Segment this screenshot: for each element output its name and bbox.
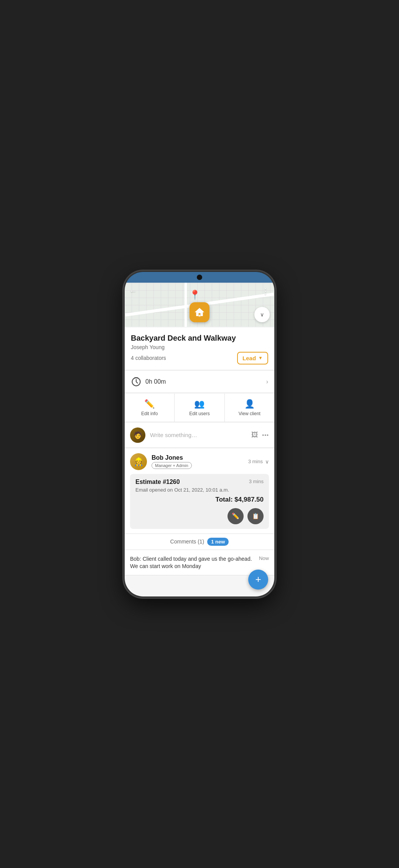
estimate-pdf-button[interactable]: 📋 bbox=[247, 508, 264, 524]
compose-row: 🧑 Write something… 🖼 ••• bbox=[125, 423, 274, 448]
post-time-row: 3 mins ∨ bbox=[248, 459, 269, 465]
avatar-image: 🧑 bbox=[130, 427, 145, 443]
time-value: 0h 00m bbox=[145, 378, 166, 385]
current-user-avatar: 🧑 bbox=[130, 427, 145, 443]
post-avatar-image: 👷 bbox=[130, 453, 147, 470]
estimate-pdf-icon: 📋 bbox=[252, 513, 259, 520]
comments-row: Comments (1) 1 new bbox=[125, 533, 274, 550]
main-screen: ← ⋮ 📍 ∨ Backyard Deck and Walkway Joseph… bbox=[125, 283, 274, 596]
camera-notch bbox=[197, 275, 202, 280]
estimate-total: Total: $4,987.50 bbox=[135, 496, 264, 504]
estimate-edit-button[interactable]: ✏️ bbox=[228, 508, 244, 524]
map-header: ← ⋮ 📍 ∨ bbox=[125, 283, 274, 327]
edit-info-button[interactable]: ✏️ Edit info bbox=[125, 394, 175, 422]
time-left: 0h 00m bbox=[131, 376, 166, 387]
project-title: Backyard Deck and Walkway bbox=[131, 334, 268, 343]
action-buttons-row: ✏️ Edit info 👥 Edit users 👤 View client bbox=[125, 394, 274, 422]
edit-info-icon: ✏️ bbox=[144, 399, 155, 409]
edit-info-label: Edit info bbox=[141, 411, 158, 416]
project-client: Joseph Young bbox=[131, 344, 268, 350]
time-chevron-icon: › bbox=[266, 378, 268, 385]
comment-time: Now bbox=[259, 555, 269, 561]
comment-preview[interactable]: Bob: Client called today and gave us the… bbox=[125, 550, 274, 575]
app-logo bbox=[190, 302, 209, 322]
estimate-card: Estimate #1260 3 mins Email opened on Oc… bbox=[130, 474, 269, 529]
project-meta-row: 4 collaborators Lead ▼ bbox=[131, 352, 268, 364]
view-client-icon: 👤 bbox=[244, 399, 255, 409]
lead-status-badge[interactable]: Lead ▼ bbox=[237, 352, 268, 364]
expand-button[interactable]: ∨ bbox=[254, 307, 270, 322]
estimate-meta: Email opened on Oct 21, 2022, 10:01 a.m. bbox=[135, 487, 264, 493]
chevron-down-icon: ∨ bbox=[260, 311, 264, 318]
post-card: 👷 Bob Jones Manager + Admin 3 mins ∨ Est… bbox=[125, 449, 274, 575]
post-header: 👷 Bob Jones Manager + Admin 3 mins ∨ bbox=[125, 449, 274, 474]
home-icon bbox=[194, 306, 205, 318]
estimate-actions: ✏️ 📋 bbox=[135, 508, 264, 524]
estimate-timestamp: 3 mins bbox=[249, 479, 264, 484]
more-button[interactable]: ⋮ bbox=[262, 287, 270, 296]
compose-more-icon[interactable]: ••• bbox=[262, 432, 269, 438]
post-author-name: Bob Jones bbox=[152, 454, 244, 461]
post-author-avatar: 👷 bbox=[130, 453, 147, 470]
edit-users-button[interactable]: 👥 Edit users bbox=[175, 394, 224, 422]
edit-users-label: Edit users bbox=[189, 411, 209, 416]
edit-users-icon: 👥 bbox=[194, 399, 204, 409]
estimate-header-row: Estimate #1260 3 mins bbox=[135, 479, 264, 485]
project-info-card: Backyard Deck and Walkway Joseph Young 4… bbox=[125, 328, 274, 370]
compose-input[interactable]: Write something… bbox=[150, 432, 247, 438]
add-fab-button[interactable]: + bbox=[248, 570, 268, 590]
svg-point-1 bbox=[199, 315, 200, 316]
view-client-label: View client bbox=[239, 411, 261, 416]
post-author-info: Bob Jones Manager + Admin bbox=[152, 454, 244, 469]
view-client-button[interactable]: 👤 View client bbox=[225, 394, 274, 422]
compose-actions: 🖼 ••• bbox=[251, 431, 269, 439]
time-tracker-row[interactable]: 0h 00m › bbox=[125, 371, 274, 393]
post-timestamp: 3 mins bbox=[248, 459, 263, 464]
project-collaborators: 4 collaborators bbox=[131, 355, 166, 361]
comment-text: Bob: Client called today and gave us the… bbox=[130, 555, 255, 570]
map-pin: 📍 bbox=[189, 290, 201, 300]
post-expand-icon[interactable]: ∨ bbox=[265, 459, 269, 465]
back-button[interactable]: ← bbox=[129, 287, 137, 295]
lead-chevron-icon: ▼ bbox=[258, 355, 263, 361]
estimate-total-value: $4,987.50 bbox=[234, 496, 264, 503]
new-comments-badge[interactable]: 1 new bbox=[207, 538, 229, 546]
add-icon: + bbox=[255, 573, 261, 585]
post-role-badge: Manager + Admin bbox=[152, 462, 192, 469]
estimate-number: Estimate #1260 bbox=[135, 479, 180, 485]
estimate-edit-icon: ✏️ bbox=[232, 512, 239, 520]
comments-label: Comments (1) bbox=[170, 538, 204, 545]
image-upload-icon[interactable]: 🖼 bbox=[251, 431, 258, 439]
timer-icon bbox=[131, 376, 142, 387]
